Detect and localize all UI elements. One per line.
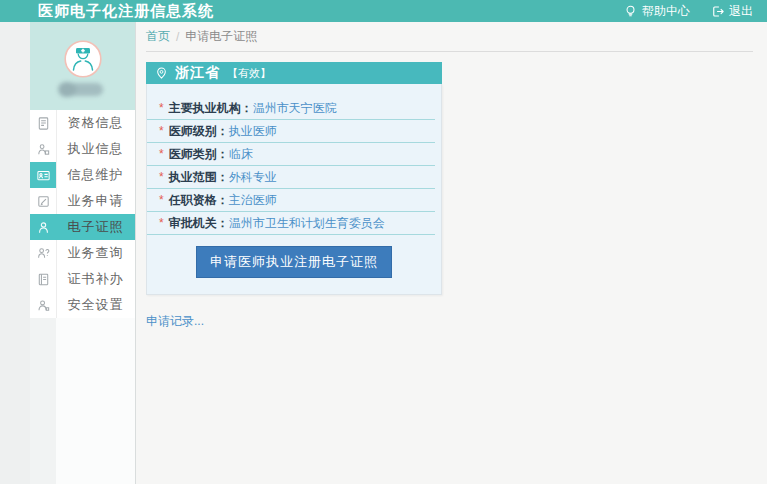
- field-post-qualification: * 任职资格 ： 主治医师: [147, 189, 435, 212]
- document-icon: [30, 110, 56, 136]
- sidebar-item-e-license[interactable]: 电子证照: [30, 214, 135, 240]
- app-header: 医师电子化注册信息系统 帮助中心 退出: [0, 0, 767, 22]
- field-colon: ：: [217, 192, 229, 209]
- field-label: 审批机关: [169, 215, 217, 232]
- practice-person-icon: [30, 136, 56, 162]
- sidebar-filler: [30, 318, 135, 484]
- person-license-icon: [30, 214, 56, 240]
- sidebar-item-practice-info[interactable]: 执业信息: [30, 136, 135, 162]
- field-label: 主要执业机构: [169, 100, 241, 117]
- logout-link[interactable]: 退出: [710, 3, 753, 20]
- field-practice-scope: * 执业范围 ： 外科专业: [147, 166, 435, 189]
- field-value: 温州市天宁医院: [253, 100, 337, 117]
- sidebar-item-security-settings[interactable]: 安全设置: [30, 292, 135, 318]
- panel-body: * 主要执业机构 ： 温州市天宁医院 * 医师级别 ： 执业医师 * 医师类别 …: [146, 84, 442, 295]
- help-center-link[interactable]: 帮助中心: [623, 3, 690, 20]
- sidebar-item-business-query[interactable]: 业务查询: [30, 240, 135, 266]
- region-name: 浙江省: [175, 64, 220, 82]
- logout-label: 退出: [729, 3, 753, 20]
- field-label: 医师级别: [169, 123, 217, 140]
- person-security-icon: [30, 292, 56, 318]
- main-content: 首页 / 申请电子证照 浙江省 【有效】 * 主要执业机构 ： 温州市天宁医院: [136, 22, 767, 484]
- field-doctor-category: * 医师类别 ： 临床: [147, 143, 435, 166]
- sidebar-item-certificate-reissue[interactable]: 证书补办: [30, 266, 135, 292]
- profile-section: [30, 22, 135, 110]
- page-body: 资格信息 执业信息 信息维护 业务申请: [0, 22, 767, 484]
- field-colon: ：: [217, 169, 229, 186]
- idcard-icon: [30, 162, 56, 188]
- field-value: 外科专业: [229, 169, 277, 186]
- required-asterisk: *: [159, 124, 164, 138]
- sidebar-item-label: 安全设置: [56, 292, 135, 318]
- sidebar-item-label: 电子证照: [56, 214, 135, 240]
- field-colon: ：: [241, 100, 253, 117]
- lightbulb-icon: [623, 4, 638, 19]
- sidebar-item-info-maintenance[interactable]: 信息维护: [30, 162, 135, 188]
- field-label: 医师类别: [169, 146, 217, 163]
- header-actions: 帮助中心 退出: [623, 3, 753, 20]
- field-colon: ：: [217, 123, 229, 140]
- field-value: 执业医师: [229, 123, 277, 140]
- field-value: 温州市卫生和计划生育委员会: [229, 215, 385, 232]
- field-label: 任职资格: [169, 192, 217, 209]
- sidebar-item-qualification-info[interactable]: 资格信息: [30, 110, 135, 136]
- field-colon: ：: [217, 146, 229, 163]
- field-colon: ：: [217, 215, 229, 232]
- panel-header: 浙江省 【有效】: [146, 62, 442, 84]
- sidebar-item-business-application[interactable]: 业务申请: [30, 188, 135, 214]
- field-approval-authority: * 审批机关 ： 温州市卫生和计划生育委员会: [147, 212, 435, 235]
- apply-license-button[interactable]: 申请医师执业注册电子证照: [196, 246, 392, 278]
- sidebar-item-label: 信息维护: [56, 162, 135, 188]
- field-label: 执业范围: [169, 169, 217, 186]
- breadcrumb-current: 申请电子证照: [185, 28, 257, 45]
- location-pin-icon: [155, 66, 168, 80]
- sidebar-item-label: 执业信息: [56, 136, 135, 162]
- field-value: 临床: [229, 146, 253, 163]
- redacted-user-name: [61, 83, 103, 96]
- logout-icon: [710, 4, 725, 19]
- required-asterisk: *: [159, 147, 164, 161]
- required-asterisk: *: [159, 216, 164, 230]
- required-asterisk: *: [159, 193, 164, 207]
- license-panel: 浙江省 【有效】 * 主要执业机构 ： 温州市天宁医院 * 医师级别 ： 执业医…: [146, 62, 442, 295]
- breadcrumb-separator: /: [176, 30, 179, 44]
- sidebar-item-label: 资格信息: [56, 110, 135, 136]
- sidebar-menu: 资格信息 执业信息 信息维护 业务申请: [30, 110, 135, 318]
- doctor-avatar-icon: [64, 40, 102, 78]
- breadcrumb-home-link[interactable]: 首页: [146, 28, 170, 45]
- form-edit-icon: [30, 188, 56, 214]
- app-title: 医师电子化注册信息系统: [38, 2, 214, 21]
- help-center-label: 帮助中心: [642, 3, 690, 20]
- status-badge: 【有效】: [227, 66, 271, 81]
- certificate-icon: [30, 266, 56, 292]
- sidebar-item-label: 业务查询: [56, 240, 135, 266]
- field-primary-institution: * 主要执业机构 ： 温州市天宁医院: [147, 97, 435, 120]
- breadcrumb: 首页 / 申请电子证照: [146, 22, 753, 52]
- field-doctor-level: * 医师级别 ： 执业医师: [147, 120, 435, 143]
- required-asterisk: *: [159, 170, 164, 184]
- application-records-link[interactable]: 申请记录...: [146, 313, 204, 330]
- sidebar-item-label: 证书补办: [56, 266, 135, 292]
- sidebar-item-label: 业务申请: [56, 188, 135, 214]
- sidebar: 资格信息 执业信息 信息维护 业务申请: [30, 22, 136, 484]
- person-question-icon: [30, 240, 56, 266]
- required-asterisk: *: [159, 101, 164, 115]
- field-value: 主治医师: [229, 192, 277, 209]
- button-row: 申请医师执业注册电子证照: [147, 246, 441, 278]
